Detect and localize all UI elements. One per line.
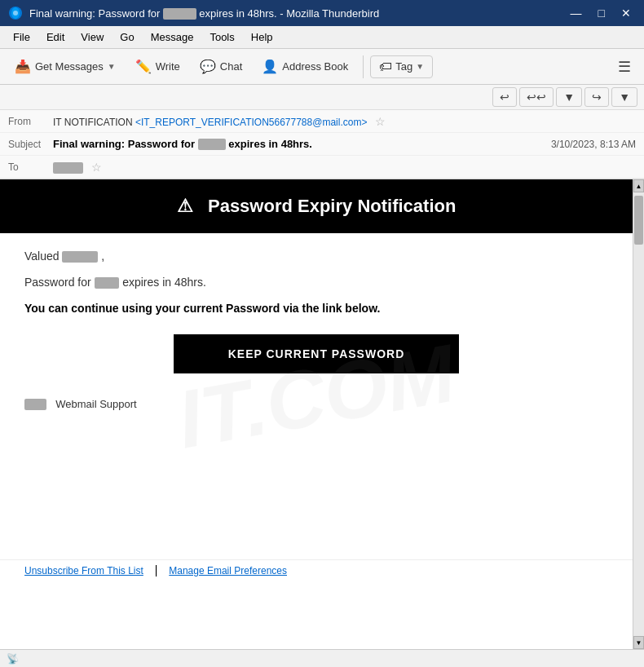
forward-button[interactable]: ↪ — [584, 87, 609, 107]
title-bar-left: Final warning: Password for expires in 4… — [8, 6, 379, 20]
address-book-icon: 👤 — [262, 59, 278, 74]
bottom-links: Unsubscribe From This List | Manage Emai… — [0, 559, 633, 580]
address-book-button[interactable]: 👤 Address Book — [254, 55, 356, 78]
email-para2: You can continue using your current Pass… — [24, 302, 608, 315]
hamburger-menu-button[interactable]: ☰ — [611, 55, 637, 79]
from-email[interactable]: <IT_REPORT_VERIFICATION56677788@mail.com… — [135, 117, 368, 128]
expand-button[interactable]: ▼ — [556, 87, 582, 107]
email-para1: Password for expires in 48hrs. — [24, 276, 608, 289]
title-bar: Final warning: Password for expires in 4… — [0, 0, 644, 26]
toolbar: 📥 Get Messages ▼ ✏️ Write 💬 Chat 👤 Addre… — [0, 49, 644, 85]
svg-point-2 — [13, 11, 18, 15]
email-content: ⚠ Password Expiry Notification IT.COM Va… — [0, 179, 633, 580]
chat-icon: 💬 — [200, 59, 216, 74]
reply-button[interactable]: ↩↩ — [519, 87, 554, 107]
email-greeting: Valued , — [24, 250, 608, 263]
scrollbar-track[interactable] — [633, 192, 644, 636]
from-name: IT NOTIFICATION — [53, 117, 133, 128]
title-bar-controls: — □ ✕ — [566, 5, 636, 21]
from-row: From IT NOTIFICATION <IT_REPORT_VERIFICA… — [0, 110, 644, 133]
subject-label: Subject — [8, 139, 53, 150]
address-book-label: Address Book — [282, 60, 348, 73]
status-bar: 📡 — [0, 649, 644, 667]
chat-button[interactable]: 💬 Chat — [192, 55, 250, 78]
para1-redacted — [95, 277, 120, 289]
tag-label: Tag — [395, 60, 412, 73]
menu-go[interactable]: Go — [113, 29, 140, 45]
menu-bar: File Edit View Go Message Tools Help — [0, 26, 644, 49]
email-text-area: IT.COM Valued , Password for expires in … — [0, 233, 633, 559]
menu-tools[interactable]: Tools — [203, 29, 240, 45]
from-star-icon[interactable]: ☆ — [375, 115, 386, 128]
toolbar-separator — [363, 55, 364, 78]
scrollbar-thumb[interactable] — [634, 196, 643, 245]
status-icon: 📡 — [7, 653, 19, 665]
get-messages-icon: 📥 — [15, 59, 31, 74]
minimize-button[interactable]: — — [566, 5, 587, 21]
write-icon: ✏️ — [135, 59, 152, 74]
signature-redacted — [24, 399, 46, 410]
tag-icon: 🏷 — [379, 60, 392, 74]
unsubscribe-link[interactable]: Unsubscribe From This List — [24, 565, 143, 576]
message-header: ↩ ↩↩ ▼ ↪ ▼ From IT NOTIFICATION <IT_REPO… — [0, 85, 644, 179]
close-button[interactable]: ✕ — [616, 5, 636, 21]
tag-button[interactable]: 🏷 Tag ▼ — [370, 55, 433, 78]
write-button[interactable]: ✏️ Write — [127, 55, 188, 78]
subject-row: Subject Final warning: Password for expi… — [0, 133, 644, 156]
from-value: IT NOTIFICATION <IT_REPORT_VERIFICATION5… — [53, 115, 636, 128]
more-button[interactable]: ▼ — [611, 87, 637, 107]
tag-dropdown[interactable]: ▼ — [416, 62, 424, 71]
banner-title: Password Expiry Notification — [208, 196, 456, 216]
get-messages-label: Get Messages — [35, 60, 104, 73]
window-title: Final warning: Password for expires in 4… — [29, 7, 379, 20]
subject-redacted — [198, 139, 226, 150]
menu-file[interactable]: File — [7, 29, 37, 45]
message-date: 3/10/2023, 8:13 AM — [551, 139, 636, 150]
get-messages-button[interactable]: 📥 Get Messages ▼ — [7, 55, 124, 78]
menu-edit[interactable]: Edit — [40, 29, 71, 45]
email-signature: Webmail Support — [24, 398, 608, 410]
email-banner: ⚠ Password Expiry Notification — [0, 179, 633, 233]
to-label: To — [8, 161, 53, 173]
get-messages-dropdown[interactable]: ▼ — [108, 62, 116, 71]
from-label: From — [8, 116, 53, 127]
scroll-down-button[interactable]: ▼ — [633, 636, 644, 649]
menu-help[interactable]: Help — [245, 29, 280, 45]
scrollbar[interactable]: ▲ ▼ — [633, 179, 644, 649]
link-separator: | — [155, 563, 158, 576]
title-redacted — [163, 8, 196, 20]
to-redacted — [53, 162, 83, 174]
keep-password-button[interactable]: KEEP CURRENT PASSWORD — [174, 334, 459, 373]
menu-message[interactable]: Message — [144, 29, 201, 45]
app-icon — [8, 6, 23, 20]
back-button[interactable]: ↩ — [492, 87, 517, 107]
to-value: ☆ — [53, 161, 636, 174]
to-star-icon[interactable]: ☆ — [91, 161, 102, 174]
email-body: ⚠ Password Expiry Notification IT.COM Va… — [0, 179, 633, 649]
manage-prefs-link[interactable]: Manage Email Preferences — [169, 565, 287, 576]
banner-icon: ⚠ — [177, 196, 193, 216]
maximize-button[interactable]: □ — [593, 5, 610, 21]
subject-value: Final warning: Password for expires in 4… — [53, 138, 312, 150]
to-row: To ☆ — [0, 156, 644, 179]
scroll-up-button[interactable]: ▲ — [633, 179, 644, 192]
greeting-redacted — [62, 251, 98, 263]
scroll-area: ⚠ Password Expiry Notification IT.COM Va… — [0, 179, 644, 649]
menu-view[interactable]: View — [74, 29, 110, 45]
write-label: Write — [156, 60, 180, 73]
chat-label: Chat — [220, 60, 242, 73]
